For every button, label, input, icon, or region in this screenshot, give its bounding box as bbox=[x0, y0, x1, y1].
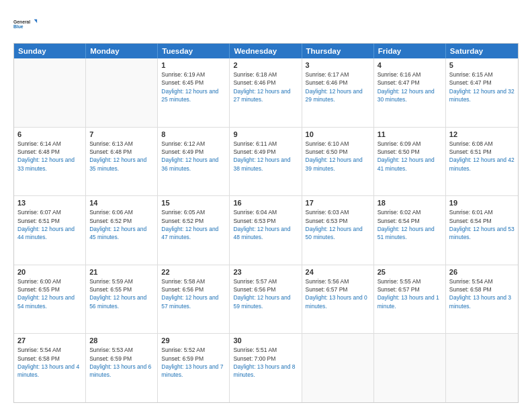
daylight-text: Daylight: 12 hours and 59 minutes. bbox=[233, 294, 290, 309]
calendar-cell: 21Sunrise: 5:59 AMSunset: 6:55 PMDayligh… bbox=[86, 265, 158, 334]
weekday-header: Monday bbox=[86, 44, 158, 58]
sunrise-text: Sunrise: 6:14 AM bbox=[17, 140, 61, 147]
calendar-cell: 27Sunrise: 5:54 AMSunset: 6:58 PMDayligh… bbox=[14, 334, 86, 402]
sunset-text: Sunset: 6:48 PM bbox=[89, 148, 132, 155]
day-number: 30 bbox=[233, 336, 298, 345]
sunrise-text: Sunrise: 5:55 AM bbox=[378, 278, 421, 285]
weekday-header: Friday bbox=[374, 44, 446, 58]
sunset-text: Sunset: 6:45 PM bbox=[161, 79, 204, 86]
sunset-text: Sunset: 6:46 PM bbox=[233, 79, 275, 86]
calendar-week: 20Sunrise: 6:00 AMSunset: 6:55 PMDayligh… bbox=[14, 265, 518, 334]
day-number: 17 bbox=[306, 199, 370, 207]
cell-info: Sunrise: 6:09 AMSunset: 6:50 PMDaylight:… bbox=[378, 140, 442, 173]
sunrise-text: Sunrise: 5:51 AM bbox=[233, 347, 277, 353]
cell-info: Sunrise: 5:58 AMSunset: 6:56 PMDaylight:… bbox=[161, 277, 226, 310]
day-number: 16 bbox=[233, 199, 298, 207]
calendar-cell: 29Sunrise: 5:52 AMSunset: 6:59 PMDayligh… bbox=[158, 334, 230, 402]
daylight-text: Daylight: 12 hours and 51 minutes. bbox=[378, 226, 435, 240]
cell-info: Sunrise: 6:18 AMSunset: 6:46 PMDaylight:… bbox=[233, 71, 298, 103]
cell-info: Sunrise: 6:03 AMSunset: 6:53 PMDaylight:… bbox=[306, 208, 370, 241]
sunrise-text: Sunrise: 6:02 AM bbox=[378, 209, 421, 216]
day-number: 23 bbox=[233, 268, 298, 276]
daylight-text: Daylight: 13 hours and 0 minutes. bbox=[306, 294, 367, 309]
svg-text:General: General bbox=[13, 19, 30, 24]
sunrise-text: Sunrise: 6:05 AM bbox=[161, 209, 205, 216]
daylight-text: Daylight: 12 hours and 57 minutes. bbox=[161, 294, 218, 309]
sunset-text: Sunset: 6:57 PM bbox=[378, 286, 420, 293]
calendar-cell: 19Sunrise: 6:01 AMSunset: 6:54 PMDayligh… bbox=[446, 196, 518, 265]
calendar-cell bbox=[86, 58, 158, 127]
sunset-text: Sunset: 7:00 PM bbox=[233, 355, 275, 362]
cell-info: Sunrise: 5:51 AMSunset: 7:00 PMDaylight:… bbox=[233, 346, 298, 379]
sunrise-text: Sunrise: 6:11 AM bbox=[233, 140, 277, 147]
day-number: 1 bbox=[161, 61, 226, 69]
day-number: 9 bbox=[233, 130, 298, 138]
sunset-text: Sunset: 6:52 PM bbox=[161, 218, 204, 224]
sunset-text: Sunset: 6:49 PM bbox=[233, 148, 275, 155]
sunrise-text: Sunrise: 6:17 AM bbox=[306, 71, 349, 78]
cell-info: Sunrise: 6:04 AMSunset: 6:53 PMDaylight:… bbox=[233, 208, 298, 241]
calendar-cell: 2Sunrise: 6:18 AMSunset: 6:46 PMDaylight… bbox=[230, 58, 302, 127]
day-number: 14 bbox=[89, 199, 154, 207]
daylight-text: Daylight: 12 hours and 25 minutes. bbox=[161, 88, 218, 103]
calendar-cell: 12Sunrise: 6:08 AMSunset: 6:51 PMDayligh… bbox=[446, 128, 518, 196]
sunset-text: Sunset: 6:56 PM bbox=[161, 286, 204, 293]
sunset-text: Sunset: 6:57 PM bbox=[306, 286, 348, 293]
cell-info: Sunrise: 6:12 AMSunset: 6:49 PMDaylight:… bbox=[161, 140, 226, 173]
svg-marker-2 bbox=[34, 19, 38, 23]
sunset-text: Sunset: 6:55 PM bbox=[89, 286, 132, 293]
sunrise-text: Sunrise: 5:58 AM bbox=[161, 278, 205, 285]
sunrise-text: Sunrise: 6:09 AM bbox=[378, 140, 421, 147]
sunrise-text: Sunrise: 6:12 AM bbox=[161, 140, 205, 147]
sunset-text: Sunset: 6:46 PM bbox=[306, 79, 348, 86]
cell-info: Sunrise: 6:14 AMSunset: 6:48 PMDaylight:… bbox=[17, 140, 82, 173]
calendar-cell: 10Sunrise: 6:10 AMSunset: 6:50 PMDayligh… bbox=[302, 128, 374, 196]
daylight-text: Daylight: 12 hours and 36 minutes. bbox=[161, 156, 218, 171]
cell-info: Sunrise: 6:16 AMSunset: 6:47 PMDaylight:… bbox=[378, 71, 442, 103]
sunrise-text: Sunrise: 6:13 AM bbox=[89, 140, 133, 147]
daylight-text: Daylight: 13 hours and 3 minutes. bbox=[449, 294, 511, 309]
sunrise-text: Sunrise: 5:57 AM bbox=[233, 278, 277, 285]
sunrise-text: Sunrise: 5:54 AM bbox=[449, 278, 493, 285]
calendar-week: 27Sunrise: 5:54 AMSunset: 6:58 PMDayligh… bbox=[14, 334, 518, 402]
day-number: 11 bbox=[378, 130, 442, 138]
weekday-header: Sunday bbox=[14, 44, 86, 58]
calendar-cell: 8Sunrise: 6:12 AMSunset: 6:49 PMDaylight… bbox=[158, 128, 230, 196]
calendar-header: SundayMondayTuesdayWednesdayThursdayFrid… bbox=[14, 44, 518, 58]
cell-info: Sunrise: 5:54 AMSunset: 6:58 PMDaylight:… bbox=[449, 277, 515, 310]
sunset-text: Sunset: 6:48 PM bbox=[17, 148, 60, 155]
sunset-text: Sunset: 6:47 PM bbox=[378, 79, 420, 86]
weekday-header: Tuesday bbox=[158, 44, 230, 58]
calendar-cell: 18Sunrise: 6:02 AMSunset: 6:54 PMDayligh… bbox=[374, 196, 446, 265]
day-number: 12 bbox=[449, 130, 515, 138]
sunrise-text: Sunrise: 6:16 AM bbox=[378, 71, 421, 78]
daylight-text: Daylight: 12 hours and 48 minutes. bbox=[233, 226, 290, 240]
cell-info: Sunrise: 6:02 AMSunset: 6:54 PMDaylight:… bbox=[378, 208, 442, 241]
daylight-text: Daylight: 12 hours and 29 minutes. bbox=[306, 88, 363, 103]
sunrise-text: Sunrise: 6:04 AM bbox=[233, 209, 277, 216]
cell-info: Sunrise: 6:08 AMSunset: 6:51 PMDaylight:… bbox=[449, 140, 515, 173]
calendar-cell: 3Sunrise: 6:17 AMSunset: 6:46 PMDaylight… bbox=[302, 58, 374, 127]
sunrise-text: Sunrise: 6:00 AM bbox=[17, 278, 61, 285]
day-number: 6 bbox=[17, 130, 82, 138]
calendar-cell: 13Sunrise: 6:07 AMSunset: 6:51 PMDayligh… bbox=[14, 196, 86, 265]
cell-info: Sunrise: 6:15 AMSunset: 6:47 PMDaylight:… bbox=[449, 71, 515, 103]
cell-info: Sunrise: 6:01 AMSunset: 6:54 PMDaylight:… bbox=[449, 208, 515, 241]
calendar-cell: 14Sunrise: 6:06 AMSunset: 6:52 PMDayligh… bbox=[86, 196, 158, 265]
calendar-week: 1Sunrise: 6:19 AMSunset: 6:45 PMDaylight… bbox=[14, 58, 518, 128]
weekday-header: Wednesday bbox=[230, 44, 302, 58]
cell-info: Sunrise: 6:19 AMSunset: 6:45 PMDaylight:… bbox=[161, 71, 226, 103]
cell-info: Sunrise: 6:00 AMSunset: 6:55 PMDaylight:… bbox=[17, 277, 82, 310]
day-number: 15 bbox=[161, 199, 226, 207]
daylight-text: Daylight: 12 hours and 47 minutes. bbox=[161, 226, 218, 240]
day-number: 8 bbox=[161, 130, 226, 138]
cell-info: Sunrise: 6:17 AMSunset: 6:46 PMDaylight:… bbox=[306, 71, 370, 103]
logo-svg: General Blue bbox=[13, 12, 38, 36]
calendar-cell bbox=[302, 334, 374, 402]
calendar-cell: 20Sunrise: 6:00 AMSunset: 6:55 PMDayligh… bbox=[14, 265, 86, 334]
sunset-text: Sunset: 6:59 PM bbox=[89, 355, 132, 362]
day-number: 5 bbox=[449, 61, 515, 69]
sunset-text: Sunset: 6:51 PM bbox=[17, 218, 60, 224]
calendar-cell: 4Sunrise: 6:16 AMSunset: 6:47 PMDaylight… bbox=[374, 58, 446, 127]
day-number: 28 bbox=[89, 336, 154, 345]
